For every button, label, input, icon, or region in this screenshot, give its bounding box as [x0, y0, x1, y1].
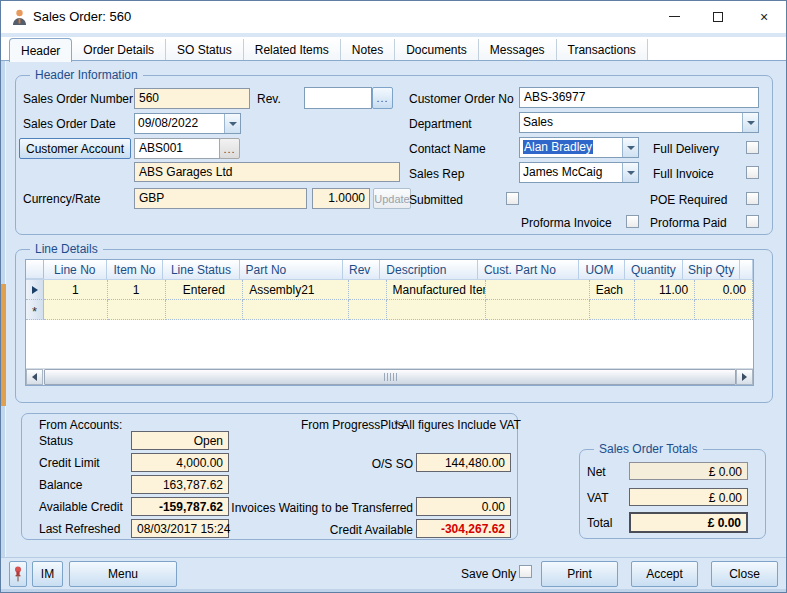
grid-horizontal-scrollbar[interactable] [26, 368, 753, 385]
cell-ship-qty[interactable]: 0.00 [695, 280, 753, 300]
new-cell[interactable] [695, 300, 753, 320]
new-row-selector-cell[interactable]: * [26, 300, 44, 320]
maximize-button[interactable] [697, 1, 739, 32]
cell-line-no[interactable]: 1 [44, 280, 108, 300]
print-button[interactable]: Print [541, 561, 618, 587]
maximize-icon [713, 12, 723, 22]
submitted-label: Submitted [409, 193, 463, 207]
person-icon [11, 8, 28, 26]
contact-name-select[interactable]: Alan Bradley [519, 137, 639, 158]
scrollbar-thumb[interactable] [44, 369, 736, 385]
cell-quantity[interactable]: 11.00 [635, 280, 695, 300]
cell-part-no[interactable]: Assembly21 [243, 280, 349, 300]
new-cell[interactable] [635, 300, 695, 320]
scroll-right-button[interactable] [736, 369, 753, 385]
col-header-description[interactable]: Description [380, 260, 478, 279]
scroll-left-button[interactable] [26, 369, 43, 385]
new-cell[interactable] [387, 300, 487, 320]
new-cell[interactable] [166, 300, 244, 320]
total-field: £ 0.00 [629, 512, 748, 533]
rev-browse-button[interactable]: ... [372, 87, 393, 109]
calendar-dropdown-icon[interactable] [224, 114, 240, 133]
col-header-part-no[interactable]: Part No [240, 260, 343, 279]
update-rate-button[interactable]: Update [373, 188, 411, 209]
minimize-button[interactable] [653, 1, 695, 32]
tab-so-status[interactable]: SO Status [166, 39, 244, 61]
col-header-cust-part-no[interactable]: Cust. Part No [478, 260, 580, 279]
close-window-button[interactable]: × [743, 1, 785, 32]
current-row-arrow-icon [32, 286, 38, 294]
im-button[interactable]: IM [32, 561, 63, 587]
accept-button[interactable]: Accept [631, 561, 698, 587]
tab-transactions[interactable]: Transactions [557, 39, 648, 61]
bottom-edge-strip [1, 589, 786, 593]
cell-line-status[interactable]: Entered [166, 280, 244, 300]
department-select[interactable]: Sales [519, 112, 759, 133]
new-cell[interactable] [108, 300, 166, 320]
new-cell[interactable] [243, 300, 349, 320]
tab-messages[interactable]: Messages [479, 39, 557, 61]
proforma-paid-checkbox[interactable] [746, 215, 759, 228]
rev-field[interactable] [304, 87, 372, 109]
rate-field[interactable]: 1.0000 [312, 188, 370, 209]
cell-cust-part-no[interactable] [486, 280, 590, 300]
proforma-invoice-checkbox[interactable] [626, 215, 639, 228]
currency-field[interactable]: GBP [134, 188, 307, 209]
status-label: Status [39, 434, 73, 448]
chevron-down-icon[interactable] [742, 113, 758, 132]
col-header-item-no[interactable]: Item No [107, 260, 164, 279]
submitted-checkbox[interactable] [506, 192, 519, 205]
title-bar: Sales Order: 560 × [1, 1, 786, 33]
sales-order-totals-label: Sales Order Totals [594, 442, 703, 456]
new-cell[interactable] [44, 300, 108, 320]
tab-notes[interactable]: Notes [341, 39, 395, 61]
line-details-group-label: Line Details [30, 242, 103, 256]
cell-description[interactable]: Manufactured Item - ... [387, 280, 487, 300]
sales-rep-select[interactable]: James McCaig [519, 162, 639, 183]
last-refreshed-label: Last Refreshed [39, 522, 120, 536]
sales-order-window: Sales Order: 560 × Header Order Details … [0, 0, 787, 593]
new-cell[interactable] [590, 300, 636, 320]
sales-order-date-picker[interactable]: 09/08/2022 [134, 113, 241, 134]
save-only-checkbox[interactable] [519, 565, 532, 578]
net-label: Net [587, 465, 606, 479]
new-cell[interactable] [486, 300, 590, 320]
pin-button[interactable] [9, 561, 27, 587]
cell-uom[interactable]: Each [590, 280, 636, 300]
customer-name-field[interactable]: ABS Garages Ltd [134, 162, 400, 182]
tab-related-items[interactable]: Related Items [244, 39, 341, 61]
cell-rev[interactable] [349, 280, 387, 300]
credit-limit-label: Credit Limit [39, 456, 100, 470]
tab-documents[interactable]: Documents [395, 39, 479, 61]
chevron-down-icon[interactable] [622, 163, 638, 182]
sales-order-number-field[interactable]: 560 [134, 88, 250, 109]
cell-item-no[interactable]: 1 [108, 280, 166, 300]
docked-panel-strip[interactable] [1, 61, 6, 557]
from-accounts-label: From Accounts: [39, 418, 122, 432]
customer-account-browse-button[interactable]: ... [219, 138, 240, 159]
full-invoice-checkbox[interactable] [746, 166, 759, 179]
new-cell[interactable] [349, 300, 387, 320]
close-button[interactable]: Close [711, 561, 778, 587]
col-header-quantity[interactable]: Quantity [625, 260, 684, 279]
chevron-down-icon[interactable] [622, 138, 638, 157]
contact-name-selected-text: Alan Bradley [523, 140, 593, 154]
customer-account-field[interactable]: ABS001 [134, 138, 220, 159]
col-header-line-status[interactable]: Line Status [163, 260, 239, 279]
status-field: Open [131, 431, 229, 450]
menu-button[interactable]: Menu [69, 561, 177, 587]
tab-order-details[interactable]: Order Details [72, 39, 166, 61]
row-selector-cell[interactable] [26, 280, 44, 300]
customer-account-button[interactable]: Customer Account [19, 138, 131, 159]
table-row[interactable]: 1 1 Entered Assembly21 Manufactured Item… [26, 280, 753, 300]
col-header-ship-qty[interactable]: Ship Qty [683, 260, 740, 279]
col-header-line-no[interactable]: Line No [44, 260, 107, 279]
tab-header[interactable]: Header [9, 38, 72, 62]
poe-required-checkbox[interactable] [746, 192, 759, 205]
new-row[interactable]: * [26, 300, 753, 320]
full-delivery-checkbox[interactable] [746, 141, 759, 154]
col-header-uom[interactable]: UOM [579, 260, 624, 279]
customer-order-no-field[interactable]: ABS-36977 [519, 87, 759, 108]
col-header-rev[interactable]: Rev [343, 260, 380, 279]
full-delivery-label: Full Delivery [653, 142, 719, 156]
